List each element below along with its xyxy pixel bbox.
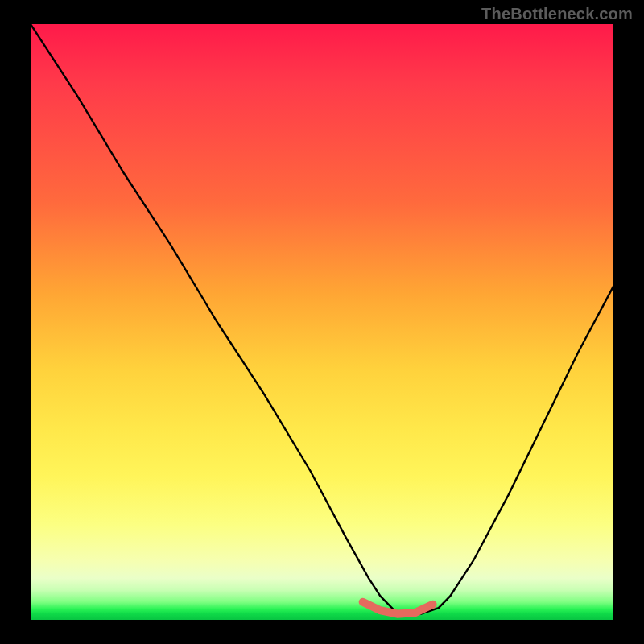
watermark-text: TheBottleneck.com <box>481 5 633 23</box>
plot-area <box>31 24 613 620</box>
bottleneck-curve <box>31 24 613 614</box>
optimal-range-marker <box>363 602 433 614</box>
curve-layer <box>31 24 613 620</box>
chart-frame: TheBottleneck.com <box>0 0 644 644</box>
